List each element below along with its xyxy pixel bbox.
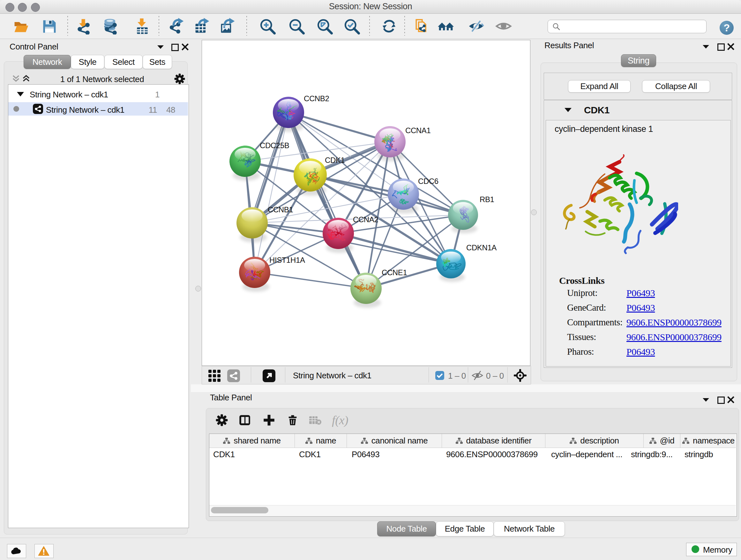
svg-text:RB1: RB1 [480,195,494,204]
svg-text:CCNA2: CCNA2 [353,215,378,224]
svg-text:CCNA1: CCNA1 [405,126,430,135]
svg-text:CDKN1A: CDKN1A [466,243,496,252]
svg-text:CCNE1: CCNE1 [382,268,407,277]
svg-text:CDC6: CDC6 [418,177,439,186]
svg-text:CDC25B: CDC25B [260,141,289,150]
svg-text:HIST1H1A: HIST1H1A [269,256,305,264]
svg-text:CCNB1: CCNB1 [268,205,293,214]
svg-text:CCNB2: CCNB2 [304,94,329,103]
svg-text:CDK1: CDK1 [325,156,345,165]
